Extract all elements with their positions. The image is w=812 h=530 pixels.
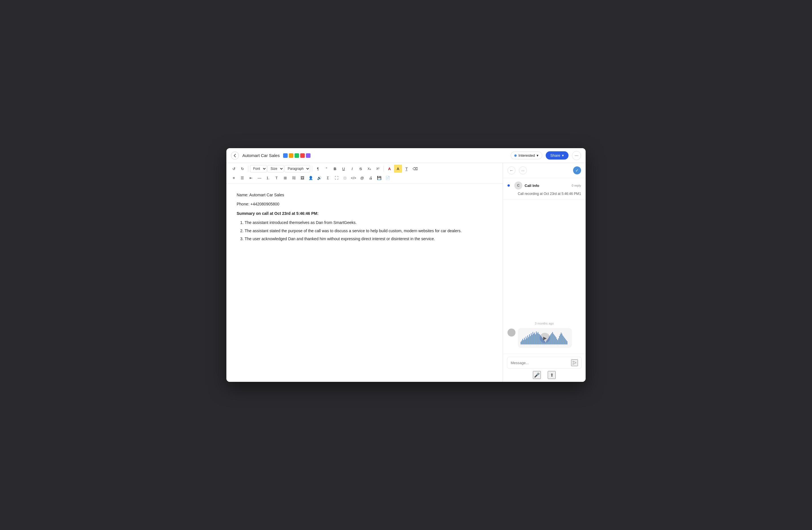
- formula-button[interactable]: Σ: [324, 174, 332, 182]
- chat-area: 3 months ago: [503, 200, 585, 354]
- name-value: Automart Car Sales: [249, 193, 284, 197]
- italic-button[interactable]: I: [348, 165, 356, 173]
- call-recording-text: Call recording at Oct 23rd at 5:46:46 PM: [518, 192, 579, 196]
- color-blue[interactable]: [283, 153, 288, 158]
- underline-button[interactable]: U: [339, 165, 348, 173]
- name-label: Name:: [237, 193, 248, 197]
- eraser-button[interactable]: ⌫: [411, 165, 419, 173]
- color-purple[interactable]: [306, 153, 310, 158]
- back-button[interactable]: [231, 151, 239, 160]
- share-label: Share: [550, 153, 560, 158]
- list-ordered-button[interactable]: ☰: [238, 174, 246, 182]
- mention-button[interactable]: @: [358, 174, 366, 182]
- main-area: ↺ ↻ Font Size Paragraph ¶ " B: [227, 163, 585, 382]
- more-options-button[interactable]: ···: [572, 151, 581, 160]
- text-format-button[interactable]: T: [273, 174, 280, 182]
- right-top-bar: ← ··· ✓: [503, 163, 585, 178]
- phone-value: +442080905800: [250, 202, 279, 206]
- align-left-button[interactable]: ⇤: [247, 174, 255, 182]
- play-button[interactable]: ▶: [540, 333, 550, 343]
- reply-count: 0 reply: [572, 184, 581, 187]
- blockquote-button[interactable]: ": [322, 165, 331, 173]
- code-button[interactable]: </>: [350, 174, 358, 182]
- editor-content: Name: Automart Car Sales Phone: +4420809…: [227, 184, 503, 382]
- call-info-section: C Call Info 0 reply Call recording at Oc…: [503, 178, 585, 200]
- app-window: Automart Car Sales Interested ▾ Share ▾ …: [227, 148, 585, 382]
- call-avatar: C: [514, 181, 522, 190]
- message-row: ▶: [508, 328, 581, 348]
- color-red[interactable]: [300, 153, 305, 158]
- right-panel: ← ··· ✓ C Call Info 0 reply Call recordi…: [503, 163, 585, 382]
- chevron-down-icon: ▾: [537, 153, 539, 158]
- share-button[interactable]: Share ▾: [546, 151, 568, 160]
- bold-button[interactable]: B: [331, 165, 339, 173]
- call-recording-row: Call recording at Oct 23rd at 5:46:46 PM…: [508, 190, 581, 196]
- toolbar-row-2: ≡ ☰ ⇤ — 1. T ⊞ ⛓ 🖼 👤 🔊 Σ ⛶ □ </> @ 🖨: [230, 174, 499, 182]
- preview-button[interactable]: □: [341, 174, 349, 182]
- microphone-button[interactable]: 🎤: [533, 371, 541, 379]
- audio-waveform: ▶: [521, 331, 569, 345]
- color-green[interactable]: [294, 153, 299, 158]
- audio-bubble: ▶: [518, 328, 572, 348]
- ordered-list-button[interactable]: 1.: [264, 174, 272, 182]
- highlight-button[interactable]: A: [394, 165, 402, 173]
- pilcrow-button[interactable]: ¶: [314, 165, 322, 173]
- font-select[interactable]: Font: [250, 165, 267, 172]
- send-button[interactable]: [571, 359, 578, 366]
- undo-button[interactable]: ↺: [230, 165, 238, 173]
- call-info-title: Call Info: [525, 183, 569, 188]
- fullscreen-button[interactable]: ⛶: [332, 174, 340, 182]
- print-button[interactable]: 🖨: [367, 174, 375, 182]
- toolbar-row-1: ↺ ↻ Font Size Paragraph ¶ " B: [230, 165, 499, 173]
- font-color-button[interactable]: A: [386, 165, 393, 173]
- link-button[interactable]: ⛓: [290, 174, 298, 182]
- call-count: 1: [579, 192, 581, 196]
- status-dot: [514, 154, 517, 157]
- paragraph-select[interactable]: Paragraph: [285, 165, 310, 172]
- size-select[interactable]: Size: [267, 165, 284, 172]
- back-panel-button[interactable]: ←: [508, 166, 516, 174]
- name-line: Name: Automart Car Sales: [237, 192, 492, 198]
- share-action-button[interactable]: ⬆: [548, 371, 556, 379]
- embed-button[interactable]: 👤: [307, 174, 315, 182]
- editor-panel: ↺ ↻ Font Size Paragraph ¶ " B: [227, 163, 503, 382]
- status-badge[interactable]: Interested ▾: [511, 151, 542, 159]
- strikethrough-button[interactable]: S: [357, 165, 365, 173]
- status-label: Interested: [518, 153, 535, 158]
- message-avatar: [508, 328, 516, 337]
- image-button[interactable]: 🖼: [298, 174, 306, 182]
- color-yellow[interactable]: [289, 153, 293, 158]
- phone-line: Phone: +442080905800: [237, 201, 492, 207]
- check-icon: ✓: [573, 166, 581, 174]
- editor-toolbar: ↺ ↻ Font Size Paragraph ¶ " B: [227, 163, 503, 184]
- list-item-2: The assistant stated the purpose of the …: [245, 228, 492, 234]
- color-palette: [283, 153, 310, 158]
- time-label: 3 months ago: [508, 322, 581, 325]
- phone-label: Phone:: [237, 202, 249, 206]
- document-button[interactable]: 📄: [384, 174, 392, 182]
- more-panel-button[interactable]: ···: [519, 166, 527, 174]
- right-top-icons: ← ···: [508, 166, 527, 174]
- blue-indicator-dot: [508, 185, 510, 187]
- summary-heading: Summary on call at Oct 23rd at 5:46:46 P…: [237, 210, 492, 217]
- audio-button[interactable]: 🔊: [315, 174, 323, 182]
- divider-button[interactable]: —: [256, 174, 263, 182]
- subscript-button[interactable]: X₂: [365, 165, 373, 173]
- share-chevron-icon: ▾: [562, 153, 564, 158]
- message-actions-row: 🎤 ⬆: [507, 371, 582, 379]
- table-button[interactable]: ⊞: [281, 174, 289, 182]
- call-info-header: C Call Info 0 reply: [508, 181, 581, 190]
- message-input-row: [507, 357, 582, 369]
- list-item-3: The user acknowledged Dan and thanked hi…: [245, 236, 492, 242]
- superscript-button[interactable]: X²: [374, 165, 382, 173]
- list-item-1: The assistant introduced themselves as D…: [245, 219, 492, 226]
- clear-format-button[interactable]: T̲: [403, 165, 410, 173]
- list-unordered-button[interactable]: ≡: [230, 174, 238, 182]
- message-input-area: 🎤 ⬆: [503, 354, 585, 382]
- save-button[interactable]: 💾: [375, 174, 383, 182]
- message-input[interactable]: [511, 361, 569, 365]
- doc-title: Automart Car Sales: [242, 153, 280, 158]
- top-bar: Automart Car Sales Interested ▾ Share ▾ …: [227, 148, 585, 163]
- redo-button[interactable]: ↻: [238, 165, 246, 173]
- summary-list: The assistant introduced themselves as D…: [245, 219, 492, 242]
